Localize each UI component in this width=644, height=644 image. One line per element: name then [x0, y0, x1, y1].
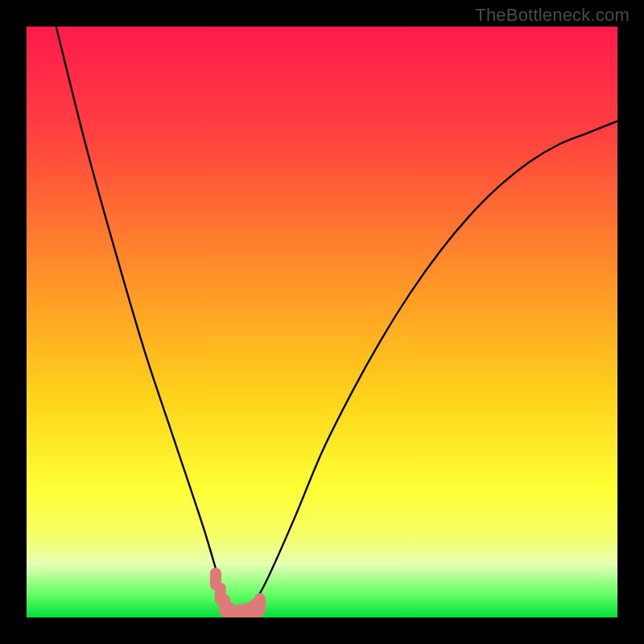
- valley-marker: [254, 593, 266, 616]
- chart-svg: [27, 27, 617, 617]
- chart-frame: TheBottleneck.com: [0, 0, 644, 644]
- watermark-text: TheBottleneck.com: [475, 5, 630, 26]
- bottleneck-curve: [56, 27, 617, 617]
- plot-area: [27, 27, 617, 617]
